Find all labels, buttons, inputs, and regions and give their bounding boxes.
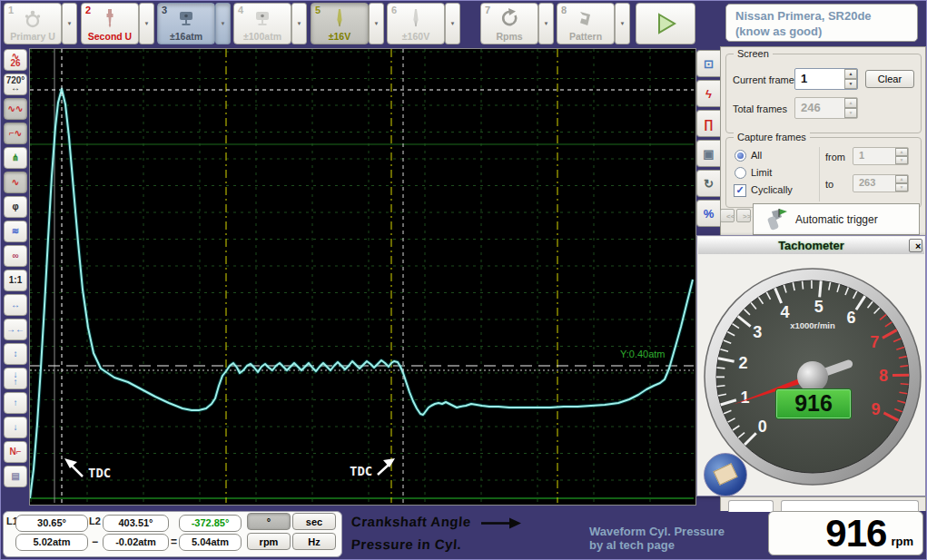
vehicle-title-line2: (know as good) xyxy=(735,24,908,39)
group-divider xyxy=(819,147,820,201)
channel-7-number: 7 xyxy=(485,5,490,15)
channel-3-dropdown[interactable]: ▼ xyxy=(215,3,231,44)
seconds-unit-button[interactable]: sec xyxy=(292,513,336,530)
channel-4-dropdown[interactable]: ▼ xyxy=(291,3,307,44)
prev-frame-button[interactable]: << xyxy=(720,209,735,222)
degrees-unit-button[interactable]: ° xyxy=(247,513,291,530)
from-spinbox: 1 ▲▼ xyxy=(853,147,909,165)
rpm-readout-unit: rpm xyxy=(891,535,913,548)
channel-7-dropdown[interactable]: ▼ xyxy=(538,3,554,44)
capture-all-label: All xyxy=(751,150,762,161)
screen-tab[interactable]: ⊡ xyxy=(696,50,720,77)
play-button[interactable] xyxy=(636,3,695,44)
credit-line2: by al tech page xyxy=(589,538,675,552)
total-frames-label: Total frames xyxy=(733,103,787,114)
tdc-arrow-1 xyxy=(64,458,83,476)
window-tab[interactable]: ▣ xyxy=(696,140,720,167)
phase-icon[interactable]: φ xyxy=(4,196,27,218)
channel-1-dropdown[interactable]: ▼ xyxy=(62,3,77,44)
oscilloscope-plot[interactable]: TDC TDC Y:0.40atm xyxy=(29,48,696,506)
channel-6-button[interactable]: 6±160V xyxy=(387,3,445,44)
vendor-logo-chip xyxy=(713,463,737,486)
capture-limit-radio[interactable] xyxy=(735,167,746,179)
compress-horizontal-icon[interactable]: →← xyxy=(4,319,27,340)
rpm-readout-value: 916 xyxy=(825,512,886,555)
pressure-diff-field[interactable]: 5.04atm xyxy=(179,534,242,551)
tachometer-window: Tachometer × 0123456789 x1000r/min 9 xyxy=(696,235,926,496)
scale-1-1-icon[interactable]: 1:1 xyxy=(4,270,27,291)
channel-6-dropdown[interactable]: ▼ xyxy=(445,3,460,44)
channel-7-label: Rpms xyxy=(481,31,537,42)
next-frame-button[interactable]: >> xyxy=(736,209,751,222)
channel-1-label: Primary U xyxy=(5,31,61,42)
move-down-icon[interactable]: ↓ xyxy=(4,417,27,438)
l2-value-field[interactable]: 403.51° xyxy=(103,515,169,532)
move-up-icon[interactable]: ↑ xyxy=(4,392,27,414)
refresh-tab[interactable]: ↻ xyxy=(696,170,720,197)
channel-2-button[interactable]: 2Second U xyxy=(81,3,139,44)
trigger-mode-label: Automatic trigger xyxy=(795,213,878,226)
current-frame-spinbox[interactable]: 1 ▲▼ xyxy=(794,68,858,90)
channel-8-dropdown[interactable]: ▼ xyxy=(615,3,630,44)
threshold-tab[interactable]: % xyxy=(696,200,720,227)
sine-icon[interactable]: ∿ xyxy=(4,172,27,193)
trigger-mode-box[interactable]: Automatic trigger xyxy=(753,203,920,235)
ignition-waveform-icon[interactable]: ⌐∿ xyxy=(4,123,27,144)
channel-5-dropdown[interactable]: ▼ xyxy=(369,3,384,44)
pressure-2-field[interactable]: -0.02atm xyxy=(103,534,169,551)
rpm-icon xyxy=(498,7,520,29)
cyclically-checkbox[interactable]: ✓ xyxy=(734,184,746,197)
minus-sign: − xyxy=(92,535,98,548)
capture-all-radio[interactable] xyxy=(735,150,746,162)
svg-text:5: 5 xyxy=(814,298,823,316)
expand-horizontal-icon[interactable]: ↔ xyxy=(4,294,27,316)
grid-lines xyxy=(30,49,694,503)
svg-text:8: 8 xyxy=(879,367,888,385)
annotation-crankshaft-angle: Crankshaft Angle xyxy=(350,514,471,529)
expand-vertical-icon[interactable]: ↕ xyxy=(4,343,27,365)
credit-line1: Waveform Cyl. Pressure xyxy=(589,525,725,538)
from-label: from xyxy=(825,152,845,162)
total-frames-spinbox: 246 ▲▼ xyxy=(794,97,858,119)
from-up-button: ▲ xyxy=(895,148,908,156)
channel-1-button[interactable]: 1Primary U xyxy=(4,3,62,44)
channel-3-button[interactable]: 3±16atm xyxy=(157,3,215,44)
sync-tab[interactable]: ϟ xyxy=(696,80,720,107)
channel-5-button[interactable]: 5±16V xyxy=(311,3,369,44)
l1-value-field[interactable]: 30.65° xyxy=(15,515,88,532)
rpm-unit-button[interactable]: rpm xyxy=(247,533,291,550)
multi-waveform-icon[interactable]: ≋ xyxy=(4,221,27,242)
channel-5-number: 5 xyxy=(315,5,321,15)
channel-8-label: Pattern xyxy=(557,31,614,42)
screen-group-title: Screen xyxy=(734,48,773,59)
capture-frames-group-title: Capture frames xyxy=(734,132,810,142)
channel-4-button[interactable]: 4±100atm xyxy=(233,3,291,44)
total-frames-value: 246 xyxy=(795,98,844,118)
pulse-tab[interactable]: ∏ xyxy=(696,110,720,137)
save-icon[interactable]: ▤ xyxy=(4,466,27,487)
lissajous-icon[interactable]: ∞ xyxy=(4,245,27,267)
tachometer-close-button[interactable]: × xyxy=(909,239,922,252)
degrees-720-icon[interactable]: 720° ↔ xyxy=(4,74,27,95)
tdc-marker-lines xyxy=(226,49,557,503)
hidden-control xyxy=(728,500,774,512)
pressure-trace xyxy=(30,89,693,498)
channel-2-dropdown[interactable]: ▼ xyxy=(139,3,154,44)
vibration-waveform-icon[interactable]: ∿∿ xyxy=(4,98,27,120)
hidden-panel-strip xyxy=(720,496,926,511)
play-icon xyxy=(654,12,677,35)
hz-unit-button[interactable]: Hz xyxy=(292,533,336,550)
channel-7-button[interactable]: 7Rpms xyxy=(480,3,538,44)
current-frame-down-button[interactable]: ▼ xyxy=(844,79,857,89)
angle-diff-field[interactable]: -372.85° xyxy=(179,515,242,532)
tdc-label-1: TDC xyxy=(88,466,111,480)
current-frame-up-button[interactable]: ▲ xyxy=(844,69,857,79)
to-spinbox: 263 ▲▼ xyxy=(853,174,909,192)
pressure-1-field[interactable]: 5.02atm xyxy=(15,534,88,551)
clear-button[interactable]: Clear xyxy=(865,70,914,88)
frames-counter-icon[interactable]: ∿ 26 xyxy=(4,49,27,71)
normalize-icon[interactable]: N⌐ xyxy=(4,441,27,463)
channel-8-button[interactable]: 8Pattern xyxy=(557,3,615,44)
symmetry-icon[interactable]: ⋔ xyxy=(4,147,27,169)
compress-vertical-icon[interactable]: ↓ ↑ xyxy=(4,368,27,389)
